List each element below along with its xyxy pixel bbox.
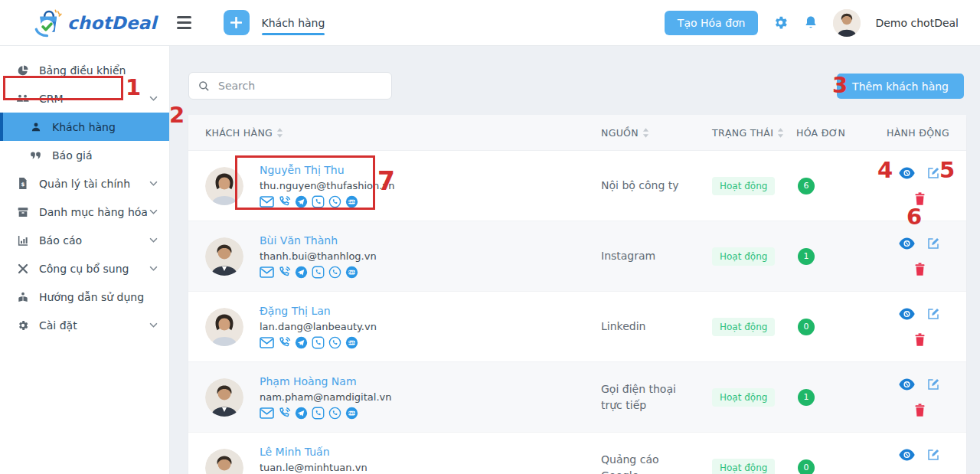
edit-icon[interactable] [926,378,940,391]
customer-name-link[interactable]: Đặng Thị Lan [260,305,377,317]
delete-icon[interactable] [913,191,926,206]
column-header-status[interactable]: TRẠNG THÁI [712,127,796,139]
column-header-invoice: HÓA ĐƠN [796,127,873,139]
whatsapp-icon[interactable] [312,266,325,279]
zalo-icon[interactable]: Zalo [345,266,358,279]
top-header: chotDeal Khách hàng Tạo Hóa đơn Demo cho… [0,0,980,46]
sort-icon[interactable] [777,128,784,138]
zalo-icon[interactable]: Zalo [345,336,358,349]
chevron-down-icon[interactable] [149,96,158,101]
column-label: KHÁCH HÀNG [205,127,273,139]
telegram-icon[interactable] [295,195,308,208]
column-header-source[interactable]: NGUỒN [601,127,712,139]
table-body: Nguyễn Thị Thu thu.nguyen@thufashion.vn … [188,151,966,474]
search-input[interactable] [217,79,373,93]
plus-icon [230,17,242,28]
column-header-customer[interactable]: KHÁCH HÀNG [188,127,601,139]
new-tab-button[interactable] [224,10,250,35]
chevron-down-icon[interactable] [149,266,158,271]
viber-icon[interactable] [328,266,341,279]
sidebar-item-crm[interactable]: CRM [0,84,169,113]
delete-icon[interactable] [913,262,926,276]
gear-icon[interactable] [773,15,789,31]
sidebar-item-finance[interactable]: $Quản lý tài chính [0,169,169,198]
chevron-down-icon[interactable] [149,322,158,328]
sidebar-item-label: Công cụ bổ sung [39,263,129,275]
phone-icon[interactable] [278,266,291,279]
sidebar-item-guide[interactable]: Hướng dẫn sử dụng [0,283,169,311]
sidebar-item-settings[interactable]: Cài đặt [0,311,169,339]
sort-icon[interactable] [642,128,649,138]
customer-name-link[interactable]: Nguyễn Thị Thu [260,164,394,176]
catalog-icon [16,206,29,218]
app-logo: chotDeal [34,8,157,38]
viber-icon[interactable] [328,336,341,349]
edit-icon[interactable] [926,166,940,180]
search-box[interactable] [188,72,392,100]
chevron-down-icon[interactable] [149,209,158,214]
viber-icon[interactable] [328,195,341,208]
telegram-icon[interactable] [295,336,308,349]
chevron-down-icon[interactable] [149,237,158,243]
customer-source: Quảng cáo Google [601,452,712,474]
sidebar-item-report[interactable]: Báo cáo [0,226,169,254]
customer-name-link[interactable]: Bùi Văn Thành [260,234,377,247]
sidebar-item-quote[interactable]: Báo giá [0,141,169,169]
contact-icons: Zalo [260,407,391,420]
view-icon[interactable] [899,308,915,320]
report-icon [16,234,29,247]
avatar [205,237,243,276]
email-icon[interactable] [260,337,274,348]
tab-khach-hang[interactable]: Khách hàng [262,0,325,45]
view-icon[interactable] [899,378,915,391]
user-avatar[interactable] [833,9,861,37]
svg-text:Zalo: Zalo [348,411,356,415]
delete-icon[interactable] [913,403,926,417]
main-content: Thêm khách hàng KHÁCH HÀNG NGUỒN TRẠNG T… [170,46,980,474]
sidebar-item-dashboard[interactable]: Bảng điều khiển [0,56,169,84]
menu-toggle-icon[interactable] [177,16,191,29]
svg-text:Zalo: Zalo [348,341,356,345]
whatsapp-icon[interactable] [312,336,325,349]
column-header-actions: HÀNH ĐỘNG [873,127,966,139]
sidebar-item-tools[interactable]: Công cụ bổ sung [0,254,169,283]
zalo-icon[interactable]: Zalo [345,407,358,420]
sidebar-item-label: Báo cáo [39,234,82,247]
edit-icon[interactable] [926,237,940,250]
crm-icon [16,92,29,105]
phone-icon[interactable] [278,407,291,420]
delete-icon[interactable] [913,332,926,347]
edit-icon[interactable] [926,307,940,321]
zalo-icon[interactable]: Zalo [345,195,358,208]
email-icon[interactable] [260,196,274,208]
customer-source: Linkedin [601,319,659,335]
phone-icon[interactable] [278,336,291,349]
edit-icon[interactable] [926,448,940,462]
view-icon[interactable] [899,237,915,250]
column-label: TRẠNG THÁI [712,127,773,139]
invoice-count-badge: 0 [798,459,815,474]
customer-name-link[interactable]: Lê Minh Tuấn [260,446,368,458]
email-icon[interactable] [260,266,274,278]
add-customer-button[interactable]: Thêm khách hàng [837,74,964,99]
create-invoice-button[interactable]: Tạo Hóa đơn [665,11,759,35]
view-icon[interactable] [899,167,915,179]
sidebar-item-catalog[interactable]: Danh mục hàng hóa [0,198,169,226]
sidebar-item-customer[interactable]: Khách hàng [0,113,169,141]
settings-icon [16,319,29,332]
whatsapp-icon[interactable] [312,407,325,420]
view-icon[interactable] [899,449,915,461]
bell-icon[interactable] [803,15,818,31]
chevron-down-icon[interactable] [149,181,158,186]
customer-name-link[interactable]: Phạm Hoàng Nam [260,375,391,387]
telegram-icon[interactable] [295,407,308,420]
email-icon[interactable] [260,407,274,419]
telegram-icon[interactable] [295,266,308,279]
whatsapp-icon[interactable] [312,195,325,208]
viber-icon[interactable] [328,407,341,420]
customer-email: lan.dang@lanbeauty.vn [260,321,377,332]
sort-icon[interactable] [276,128,283,138]
user-name[interactable]: Demo chotDeal [875,17,959,29]
status-badge: Hoạt động [712,318,775,336]
phone-icon[interactable] [278,195,291,208]
